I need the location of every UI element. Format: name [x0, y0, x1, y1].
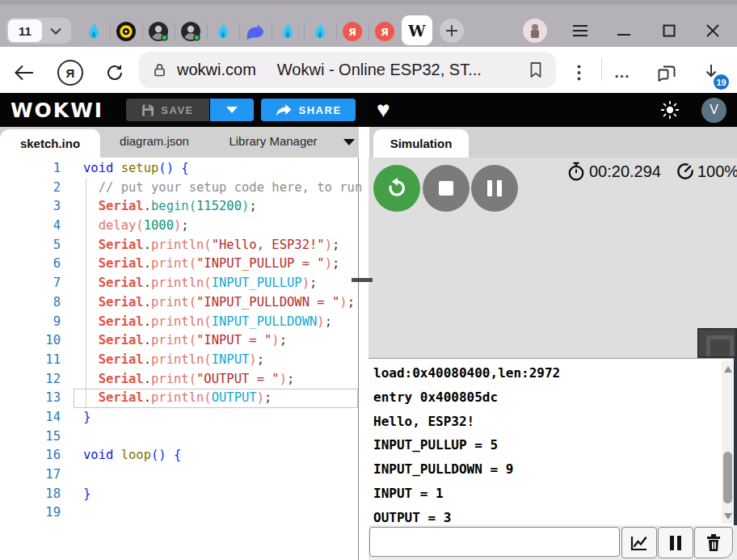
collections-button[interactable] — [653, 59, 680, 86]
address-bar[interactable]: wokwi.com Wokwi - Online ESP32, ST... — [139, 52, 556, 88]
line-number: 6 — [0, 255, 61, 274]
save-button[interactable]: SAVE — [126, 99, 209, 121]
code-line-11[interactable]: 11 Serial.println(INPUT); — [0, 351, 368, 370]
pause-simulation-button[interactable] — [471, 165, 518, 212]
browser-tab-avatar-icon[interactable] — [175, 19, 207, 44]
code-line-6[interactable]: 6 Serial.print("INPUT_PULLUP = "); — [0, 255, 368, 274]
avatar-initial: V — [710, 103, 718, 117]
browser-tabs: ЯЯ — [78, 19, 401, 44]
serial-monitor[interactable]: load:0x40080400,len:2972entry 0x400805dc… — [368, 358, 737, 525]
speed-gauge-icon — [676, 162, 695, 181]
save-label: SAVE — [161, 104, 193, 116]
tab-sketch-ino[interactable]: sketch.ino — [0, 129, 100, 158]
code-line-15[interactable]: 15 — [0, 427, 368, 447]
wokwi-favicon: W — [408, 22, 425, 40]
svg-text:Я: Я — [348, 26, 356, 38]
page-menu-button[interactable] — [565, 59, 592, 86]
code-line-5[interactable]: 5 Serial.println("Hello, ESP32!"); — [0, 236, 368, 255]
tab-library-manager[interactable]: Library Manager — [208, 127, 338, 155]
browser-tab-flame-icon[interactable] — [78, 19, 110, 44]
console-scrollbar[interactable] — [722, 360, 734, 524]
back-button[interactable] — [11, 59, 38, 86]
browser-tab-flame-icon[interactable] — [207, 19, 239, 44]
code-line-17[interactable]: 17 — [0, 465, 368, 485]
browser-tab-avatar-icon[interactable] — [142, 19, 175, 44]
tab-counter[interactable]: 11 — [6, 18, 71, 44]
code-line-9[interactable]: 9 Serial.println(INPUT_PULLDOWN); — [0, 313, 368, 332]
scroll-up-arrow[interactable] — [724, 366, 732, 373]
maximize-button[interactable] — [657, 19, 681, 43]
code-editor[interactable]: 1void setup() {2 // put your setup code … — [0, 158, 368, 560]
restart-simulation-button[interactable] — [373, 165, 420, 212]
code-line-16[interactable]: 16void loop() { — [0, 446, 368, 465]
code-text — [61, 427, 83, 447]
caret-down-icon — [226, 107, 238, 113]
sun-icon — [659, 99, 680, 120]
plotter-button[interactable] — [621, 527, 657, 558]
panel-resize-handle[interactable] — [352, 278, 373, 282]
browser-tab-yandex-icon[interactable]: Я — [368, 19, 401, 44]
save-dropdown-button[interactable] — [210, 99, 254, 121]
user-avatar[interactable]: V — [701, 98, 726, 123]
code-line-1[interactable]: 1void setup() { — [0, 159, 368, 179]
code-line-8[interactable]: 8 Serial.print("INPUT_PULLDOWN = "); — [0, 293, 368, 313]
browser-tab-ring-icon[interactable] — [110, 19, 142, 44]
code-line-18[interactable]: 18} — [0, 485, 368, 504]
tab-diagram-json[interactable]: diagram.json — [103, 127, 206, 155]
yandex-home-button[interactable]: Я — [57, 59, 84, 86]
code-line-12[interactable]: 12 Serial.print("OUTPUT = "); — [0, 370, 368, 389]
library-dropdown-icon[interactable] — [343, 139, 355, 145]
tab-simulation[interactable]: Simulation — [373, 129, 469, 158]
bookmark-icon[interactable] — [529, 61, 543, 78]
browser-tab-flame-icon[interactable] — [304, 19, 336, 44]
plus-icon — [445, 24, 458, 37]
code-line-2[interactable]: 2 // put your setup code here, to run on… — [0, 179, 368, 198]
theme-toggle-button[interactable] — [659, 99, 680, 120]
lock-icon — [152, 62, 167, 78]
browser-tab-flame-icon[interactable] — [272, 19, 304, 44]
serial-input[interactable] — [369, 527, 620, 557]
esp32-board-corner[interactable] — [697, 328, 737, 358]
downloads-button[interactable]: 19 — [697, 59, 725, 86]
code-line-19[interactable]: 19 — [0, 503, 368, 523]
line-number: 3 — [0, 197, 61, 217]
clear-console-button[interactable] — [694, 527, 733, 558]
close-button[interactable] — [701, 19, 725, 43]
url-text: wokwi.com — [177, 61, 256, 79]
code-line-10[interactable]: 10 Serial.print("INPUT = "); — [0, 331, 368, 351]
browser-tab-whale-icon[interactable] — [239, 19, 272, 44]
scroll-down-arrow[interactable] — [724, 513, 732, 520]
pause-console-button[interactable] — [658, 527, 693, 558]
code-text: } — [61, 485, 91, 504]
active-browser-tab[interactable]: W — [402, 15, 432, 45]
line-number: 19 — [0, 503, 61, 523]
browser-profile-avatar[interactable] — [523, 19, 547, 43]
share-arrow-icon — [276, 103, 292, 117]
code-line-14[interactable]: 14} — [0, 408, 368, 427]
code-text: Serial.println(INPUT_PULLUP); — [61, 274, 317, 293]
browser-tab-yandex-icon[interactable]: Я — [336, 19, 368, 44]
new-tab-button[interactable] — [440, 19, 464, 43]
heart-icon[interactable]: ♥ — [377, 99, 390, 121]
code-text — [61, 503, 83, 523]
console-line: INPUT_PULLDOWN = 9 — [368, 457, 737, 482]
refresh-button[interactable] — [101, 59, 128, 86]
code-line-3[interactable]: 3 Serial.begin(115200); — [0, 197, 368, 217]
restart-icon — [385, 177, 408, 200]
line-number: 14 — [0, 408, 61, 427]
minimize-button[interactable] — [612, 19, 636, 43]
scrollbar-thumb[interactable] — [723, 452, 732, 503]
share-button[interactable]: SHARE — [261, 99, 356, 121]
kebab-menu-icon — [577, 65, 581, 81]
line-number: 4 — [0, 217, 61, 236]
console-line: entry 0x400805dc — [368, 385, 737, 410]
browser-menu-button[interactable] — [568, 19, 592, 43]
code-line-13[interactable]: 13 Serial.println(OUTPUT); — [0, 389, 368, 408]
chevron-down-icon[interactable] — [50, 27, 61, 35]
toolbar-overflow-button[interactable]: ... — [609, 59, 636, 86]
code-line-4[interactable]: 4 delay(1000); — [0, 217, 368, 236]
page-title: Wokwi - Online ESP32, ST... — [277, 61, 482, 79]
code-line-7[interactable]: 7 Serial.println(INPUT_PULLUP); — [0, 274, 368, 293]
code-text: Serial.begin(115200); — [61, 197, 257, 217]
stop-simulation-button[interactable] — [423, 165, 470, 212]
